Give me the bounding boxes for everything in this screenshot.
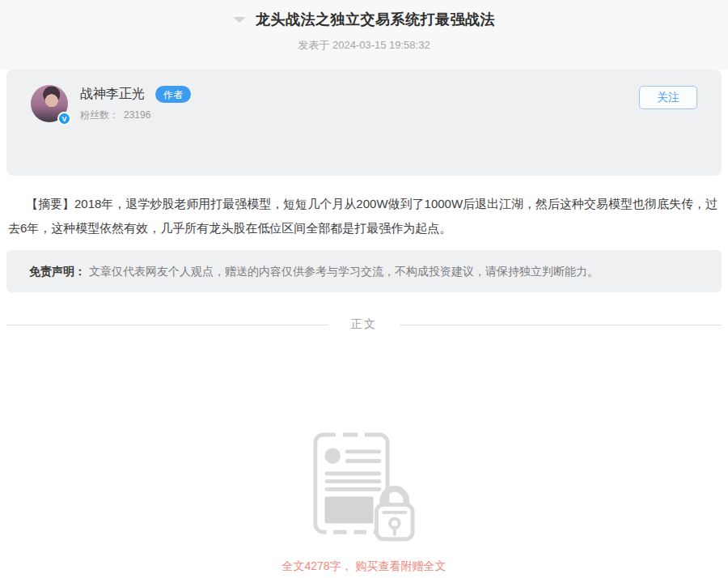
fans-line: 粉丝数：23196	[80, 108, 191, 122]
paywall-notice[interactable]: 全文4278字， 购买查看附赠全文	[0, 559, 728, 574]
fans-label: 粉丝数：	[80, 109, 119, 121]
author-info: V 战神李正光 作者 粉丝数：23196	[31, 85, 697, 122]
page-title: 龙头战法之独立交易系统打最强战法	[256, 10, 495, 29]
title-row: 龙头战法之独立交易系统打最强战法	[0, 9, 728, 30]
disclaimer-text: 文章仅代表网友个人观点，赠送的内容仅供参考与学习交流，不构成投资建议，请保持独立…	[89, 265, 599, 278]
follow-button[interactable]: 关注	[639, 86, 697, 109]
author-name[interactable]: 战神李正光	[80, 86, 145, 103]
fans-count: 23196	[124, 109, 150, 121]
author-avatar[interactable]: V	[31, 85, 68, 122]
article-abstract: 【摘要】2018年，退学炒股老师用打最强模型，短短几个月从200W做到了1000…	[8, 192, 720, 240]
body-divider-label: 正文	[351, 317, 377, 332]
body-divider: 正文	[6, 317, 722, 333]
divider-line-right	[400, 325, 722, 325]
disclaimer-label: 免责声明：	[29, 265, 86, 278]
locked-document-icon	[312, 431, 416, 542]
author-text-block: 战神李正光 作者 粉丝数：23196	[80, 85, 191, 122]
disclaimer-box: 免责声明：文章仅代表网友个人观点，赠送的内容仅供参考与学习交流，不构成投资建议，…	[6, 250, 722, 292]
author-name-row: 战神李正光 作者	[80, 86, 191, 103]
article-header: 龙头战法之独立交易系统打最强战法 发表于 2024-03-15 19:58:32	[0, 0, 728, 70]
divider-line-left	[6, 325, 328, 325]
author-role-badge: 作者	[155, 86, 191, 103]
locked-content-area	[0, 431, 728, 545]
collapse-arrow-icon	[233, 17, 246, 23]
verified-badge-icon: V	[57, 112, 71, 125]
publish-date: 发表于 2024-03-15 19:58:32	[0, 38, 728, 53]
author-card: V 战神李正光 作者 粉丝数：23196 关注	[6, 70, 722, 176]
